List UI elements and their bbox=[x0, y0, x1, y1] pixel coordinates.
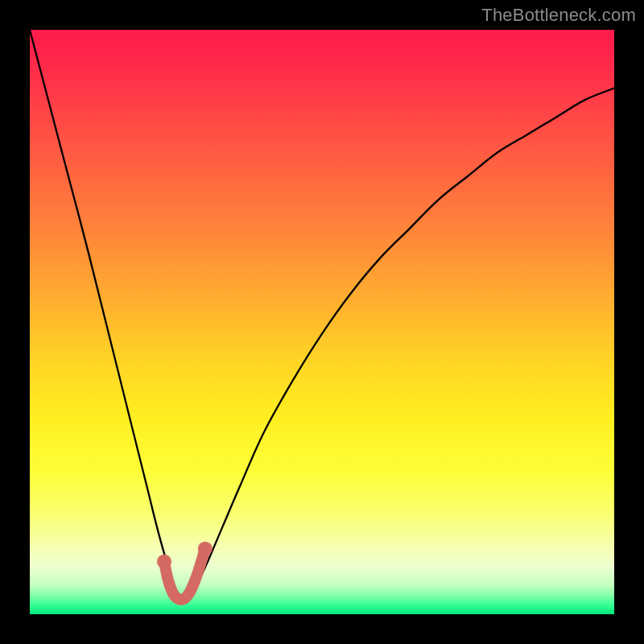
valley-marker bbox=[164, 549, 205, 600]
chart-frame: TheBottleneck.com bbox=[0, 0, 644, 644]
bottleneck-curve bbox=[30, 30, 614, 614]
valley-dot-right bbox=[198, 542, 213, 556]
watermark-text: TheBottleneck.com bbox=[481, 5, 636, 26]
curve-line bbox=[30, 30, 614, 597]
plot-area bbox=[30, 30, 614, 614]
valley-dot-left bbox=[157, 555, 171, 569]
